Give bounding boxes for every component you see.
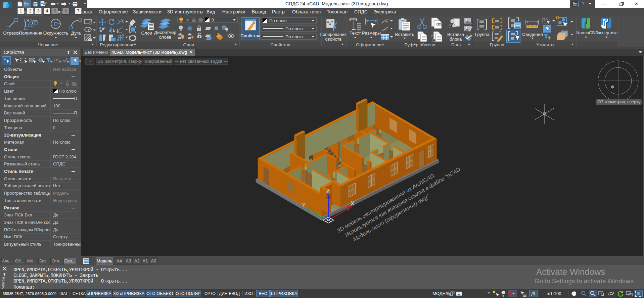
svg-text:Используется как внешняя ссылк: Используется как внешняя ссылка в файле … xyxy=(344,165,463,238)
svg-text:ЮЗ изометрия, сверху: ЮЗ изометрия, сверху xyxy=(597,100,641,104)
svg-text:Y: Y xyxy=(302,202,306,208)
svg-text:Z: Z xyxy=(326,188,330,194)
svg-text:X: X xyxy=(351,200,354,207)
